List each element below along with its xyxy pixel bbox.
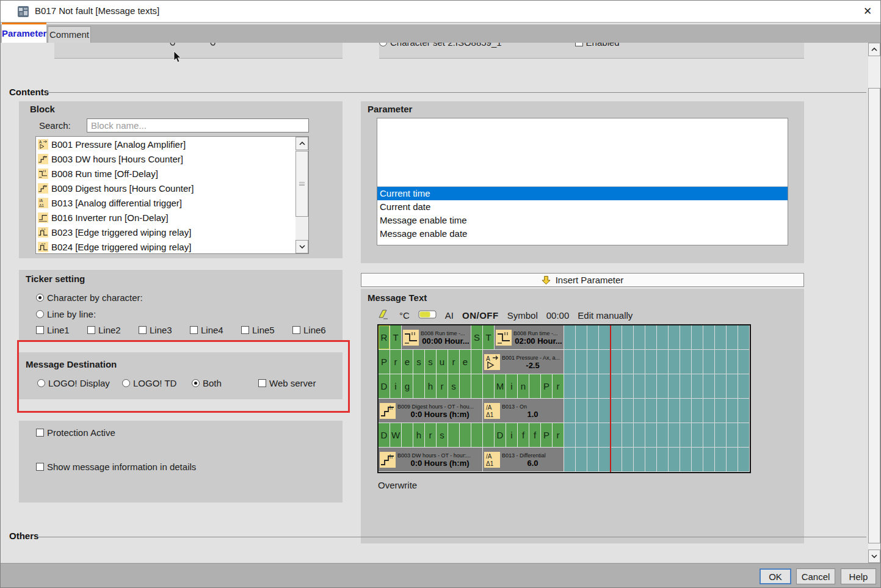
webserver-cell[interactable] bbox=[657, 423, 669, 448]
ticker-line-option[interactable]: Line6 bbox=[292, 325, 326, 335]
parameter-cell[interactable]: B008 Run time -...00:00 Hour... bbox=[402, 325, 471, 350]
ticker-line-option[interactable]: Line2 bbox=[87, 325, 121, 335]
webserver-cell[interactable] bbox=[680, 350, 692, 374]
char-by-char-option[interactable]: Character by character: bbox=[36, 292, 143, 303]
char-cell[interactable]: f bbox=[518, 423, 529, 448]
webserver-cell[interactable] bbox=[576, 350, 587, 374]
webserver-cell[interactable] bbox=[738, 423, 750, 448]
char-cell[interactable] bbox=[471, 374, 483, 399]
char-cell[interactable] bbox=[483, 374, 495, 399]
close-icon[interactable]: ✕ bbox=[861, 5, 874, 18]
webserver-cell[interactable] bbox=[611, 374, 622, 399]
line-checkbox[interactable] bbox=[292, 326, 300, 334]
webserver-cell[interactable] bbox=[657, 448, 669, 472]
char-cell[interactable]: h bbox=[425, 374, 437, 399]
char-cell[interactable]: n bbox=[518, 374, 529, 399]
char-cell[interactable] bbox=[460, 423, 471, 448]
eraser-icon[interactable] bbox=[377, 308, 391, 322]
parameter-cell[interactable]: hB003 DW hours - OT - hour:...0:0 Hours … bbox=[379, 448, 483, 472]
webserver-cell[interactable] bbox=[669, 448, 680, 472]
webserver-cell[interactable] bbox=[715, 399, 727, 423]
webserver-cell[interactable] bbox=[692, 374, 703, 399]
destination-option[interactable]: LOGO! Display bbox=[37, 378, 110, 388]
webserver-cell[interactable] bbox=[587, 374, 599, 399]
char-cell[interactable]: i bbox=[390, 374, 402, 399]
char-cell[interactable]: r bbox=[553, 374, 564, 399]
webserver-cell[interactable] bbox=[738, 399, 750, 423]
webserver-cell[interactable] bbox=[727, 325, 738, 350]
webserver-cell[interactable] bbox=[657, 325, 669, 350]
help-button[interactable]: Help bbox=[841, 568, 876, 584]
webserver-cell[interactable] bbox=[680, 325, 692, 350]
webserver-cell[interactable] bbox=[564, 325, 576, 350]
list-item[interactable]: B008 Run time [Off-Delay] bbox=[36, 166, 308, 181]
parameter-cell[interactable]: B008 Run time -...02:00 Hour... bbox=[495, 325, 564, 350]
webserver-cell[interactable] bbox=[645, 423, 657, 448]
edit-manually-button[interactable]: Edit manually bbox=[578, 310, 633, 321]
list-item[interactable]: hB009 Digest hours [Hours Counter] bbox=[36, 181, 308, 195]
tab-comment[interactable]: Comment bbox=[48, 26, 91, 43]
webserver-cell[interactable] bbox=[727, 399, 738, 423]
webserver-cell[interactable] bbox=[611, 350, 622, 374]
webserver-cell[interactable] bbox=[715, 374, 727, 399]
webserver-cell[interactable] bbox=[727, 374, 738, 399]
webserver-cell[interactable] bbox=[611, 399, 622, 423]
char-cell[interactable]: s bbox=[437, 423, 448, 448]
char-cell[interactable] bbox=[483, 423, 495, 448]
webserver-cell[interactable] bbox=[692, 325, 703, 350]
webserver-cell[interactable] bbox=[599, 423, 611, 448]
webserver-cell[interactable] bbox=[645, 374, 657, 399]
webserver-cell[interactable] bbox=[703, 374, 715, 399]
char-cell[interactable]: M bbox=[495, 374, 506, 399]
webserver-cell[interactable] bbox=[703, 399, 715, 423]
char-cell[interactable]: P bbox=[541, 374, 553, 399]
char-cell[interactable]: R bbox=[379, 325, 390, 350]
parameter-cell[interactable]: AB001 Pressure - Ax, a...-2.5 bbox=[483, 350, 564, 374]
char-cell[interactable]: g bbox=[402, 374, 413, 399]
webserver-cell[interactable] bbox=[622, 325, 634, 350]
char-cell[interactable]: D bbox=[495, 423, 506, 448]
char-cell[interactable]: T bbox=[483, 325, 495, 350]
list-item[interactable]: hB003 DW hours [Hours Counter] bbox=[36, 151, 308, 166]
char-cell[interactable] bbox=[413, 374, 425, 399]
line-checkbox[interactable] bbox=[139, 326, 147, 334]
webserver-cell[interactable] bbox=[738, 325, 750, 350]
line-by-line-radio[interactable] bbox=[36, 310, 44, 318]
webserver-cell[interactable] bbox=[727, 448, 738, 472]
char-cell[interactable]: P bbox=[379, 350, 390, 374]
webserver-cell[interactable] bbox=[587, 350, 599, 374]
char-cell[interactable]: W bbox=[390, 423, 402, 448]
char-cell[interactable]: P bbox=[541, 423, 553, 448]
webserver-cell[interactable] bbox=[599, 448, 611, 472]
scroll-down-icon[interactable] bbox=[868, 550, 880, 563]
webserver-cell[interactable] bbox=[738, 374, 750, 399]
main-scrollbar[interactable] bbox=[868, 43, 880, 563]
webserver-cell[interactable] bbox=[715, 350, 727, 374]
webserver-cell[interactable] bbox=[645, 325, 657, 350]
onoff-button[interactable]: ON/OFF bbox=[462, 310, 499, 321]
char-cell[interactable]: D bbox=[379, 423, 390, 448]
parameter-item[interactable]: Message enable time bbox=[377, 214, 788, 227]
char-cell[interactable]: D bbox=[379, 374, 390, 399]
webserver-cell[interactable] bbox=[645, 350, 657, 374]
destination-checkbox[interactable] bbox=[258, 379, 266, 387]
webserver-cell[interactable] bbox=[622, 448, 634, 472]
char-cell[interactable] bbox=[402, 423, 413, 448]
webserver-cell[interactable] bbox=[634, 350, 645, 374]
ticker-line-option[interactable]: Line3 bbox=[139, 325, 172, 335]
webserver-cell[interactable] bbox=[669, 325, 680, 350]
char-cell[interactable]: u bbox=[437, 350, 448, 374]
webserver-cell[interactable] bbox=[599, 350, 611, 374]
webserver-cell[interactable] bbox=[599, 399, 611, 423]
scroll-down-icon[interactable] bbox=[295, 240, 308, 253]
webserver-cell[interactable] bbox=[680, 374, 692, 399]
symbol-button[interactable]: Symbol bbox=[507, 310, 538, 321]
webserver-cell[interactable] bbox=[645, 399, 657, 423]
scroll-up-icon[interactable] bbox=[868, 43, 880, 56]
insert-parameter-button[interactable]: Insert Parameter bbox=[361, 273, 804, 287]
webserver-cell[interactable] bbox=[692, 399, 703, 423]
ticker-line-option[interactable]: Line1 bbox=[36, 325, 70, 335]
block-scroll-thumb[interactable] bbox=[295, 151, 308, 217]
parameter-cell[interactable]: /AΔ1B013 - On1.0 bbox=[483, 399, 564, 423]
search-input[interactable] bbox=[87, 118, 309, 132]
